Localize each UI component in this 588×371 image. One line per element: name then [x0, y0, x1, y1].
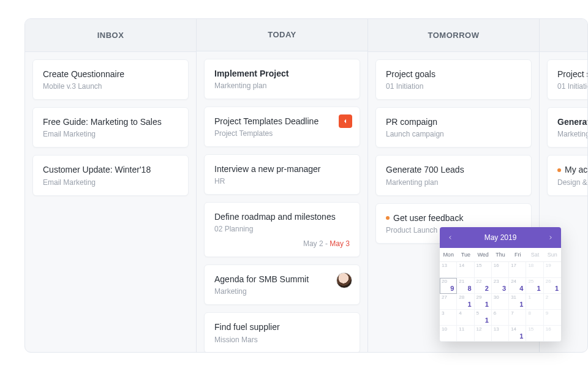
day-cell[interactable]: 291 [475, 294, 492, 310]
card-subtitle: Marketing plan [557, 130, 588, 138]
day-number: 31 [511, 294, 516, 300]
day-cell[interactable]: 15 [526, 326, 543, 342]
day-cell[interactable]: 30 [492, 294, 509, 310]
day-cell[interactable]: 8 [526, 310, 543, 326]
card-title: Define roadmap and milestones [214, 211, 350, 222]
flag-icon [339, 114, 352, 128]
datepicker-header: May 2019 [440, 227, 561, 248]
day-number: 23 [494, 279, 499, 284]
day-count: 9 [450, 285, 454, 292]
day-number: 16 [546, 326, 551, 332]
day-cell[interactable]: 1 [526, 294, 543, 310]
column-today: TODAY Implement Project Markenting plan … [197, 19, 368, 352]
column-body: Create Questionnaire Mobile v.3 Launch F… [25, 52, 196, 203]
day-cell[interactable]: 209 [440, 278, 457, 294]
day-cell[interactable]: 218 [457, 278, 474, 294]
task-card[interactable]: Create Questionnaire Mobile v.3 Launch [32, 59, 189, 100]
day-number: 11 [459, 326, 464, 332]
card-title: Interview a new pr-manager [214, 163, 350, 174]
day-cell[interactable]: 3 [440, 310, 457, 326]
column-header: TODAY [197, 19, 368, 51]
card-title: Agenda for SMB Summit [214, 274, 350, 285]
task-card[interactable]: Agenda for SMB Summit Marketing [204, 264, 360, 305]
day-cell[interactable]: 2 [544, 294, 561, 310]
task-card[interactable]: My account Design & UX [547, 155, 588, 195]
day-cell[interactable]: 7 [509, 310, 526, 326]
day-cell[interactable]: 10 [440, 326, 457, 342]
card-subtitle: Markenting plan [386, 178, 521, 187]
day-cell[interactable]: 11 [457, 326, 474, 342]
weekday-label: Wed [475, 248, 492, 262]
day-cell[interactable]: 13 [492, 326, 509, 342]
card-title: Customer Update: Winter'18 [43, 164, 178, 175]
weekday-label: Sat [526, 248, 543, 262]
task-card[interactable]: Project goals 01 Initiation [375, 59, 532, 100]
day-cell[interactable]: 51 [475, 310, 492, 326]
card-subtitle: Email Marketing [43, 178, 178, 187]
day-number: 3 [442, 310, 444, 316]
weekday-label: Fri [509, 248, 526, 262]
task-card[interactable]: Interview a new pr-manager HR [204, 154, 360, 195]
day-cell[interactable]: 16 [544, 326, 561, 342]
next-month-button[interactable] [546, 233, 555, 242]
assignee-avatar[interactable] [336, 272, 352, 288]
task-card[interactable]: Project scope 01 Initiation [547, 59, 588, 100]
day-cell[interactable]: 261 [544, 278, 561, 294]
day-number: 20 [442, 279, 447, 284]
day-cell[interactable]: 233 [492, 278, 509, 294]
task-card[interactable]: Find fuel supplier Mission Mars [204, 312, 360, 352]
datepicker-popup[interactable]: May 2019 MonTueWedThuFriSatSun 131415161… [440, 227, 561, 342]
weekday-label: Sun [544, 248, 561, 262]
status-dot-icon [557, 168, 561, 172]
day-cell[interactable]: 6 [492, 310, 509, 326]
day-cell[interactable]: 15 [475, 262, 492, 278]
day-cell[interactable]: 244 [509, 278, 526, 294]
day-cell[interactable]: 141 [509, 326, 526, 342]
day-number: 26 [546, 279, 551, 284]
card-subtitle: Mobile v.3 Launch [43, 82, 178, 91]
day-cell[interactable]: 27 [440, 294, 457, 310]
day-number: 17 [511, 263, 516, 268]
day-number: 12 [477, 326, 482, 332]
task-card[interactable]: Implement Project Markenting plan [204, 59, 360, 99]
card-title: Get user feedback [386, 212, 521, 223]
date-end: May 3 [330, 239, 350, 248]
prev-month-button[interactable] [446, 233, 454, 242]
card-title: My account [557, 164, 588, 175]
day-cell[interactable]: 14 [457, 262, 474, 278]
day-cell[interactable]: 12 [475, 326, 492, 342]
day-count: 1 [555, 285, 559, 292]
day-number: 27 [442, 294, 447, 300]
day-cell[interactable]: 222 [475, 278, 492, 294]
column-body: Implement Project Markenting plan Projec… [197, 51, 368, 353]
day-number: 29 [477, 294, 482, 300]
task-card[interactable]: Generate 700 Leads Markenting plan [375, 155, 532, 195]
day-cell[interactable]: 9 [544, 310, 561, 326]
card-subtitle: Design & UX [557, 178, 588, 187]
task-card[interactable]: Generate 700 Leads Marketing plan [547, 107, 588, 148]
task-card[interactable]: Customer Update: Winter'18 Email Marketi… [32, 155, 189, 195]
day-count: 1 [537, 285, 541, 292]
day-number: 19 [546, 263, 551, 268]
day-number: 7 [511, 310, 513, 316]
day-cell[interactable]: 13 [440, 262, 457, 278]
task-card[interactable]: PR compaign Launch campaign [375, 107, 532, 148]
day-cell[interactable]: 18 [526, 262, 543, 278]
day-number: 24 [511, 279, 516, 284]
day-cell[interactable]: 281 [457, 294, 474, 310]
status-dot-icon [386, 216, 390, 220]
column-header: TOMORROW [368, 19, 539, 52]
task-card[interactable]: Project Templates Deadline Project Templ… [204, 107, 360, 147]
day-cell[interactable]: 311 [509, 294, 526, 310]
card-subtitle: 01 Initiation [557, 82, 588, 91]
day-number: 4 [459, 310, 461, 316]
day-cell[interactable]: 17 [509, 262, 526, 278]
day-cell[interactable]: 4 [457, 310, 474, 326]
task-card[interactable]: Define roadmap and milestones 02 Plannin… [204, 202, 360, 257]
card-title: Generate 700 Leads [557, 116, 588, 127]
day-cell[interactable]: 19 [544, 262, 561, 278]
task-card[interactable]: Free Guide: Marketing to Sales Email Mar… [32, 107, 189, 148]
day-number: 6 [494, 310, 496, 316]
day-cell[interactable]: 251 [526, 278, 543, 294]
day-cell[interactable]: 16 [492, 262, 509, 278]
